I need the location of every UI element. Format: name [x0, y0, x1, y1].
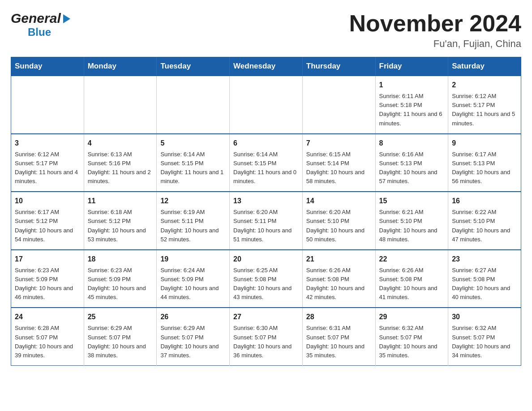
calendar-week-row: 17Sunrise: 6:23 AM Sunset: 5:09 PM Dayli…	[11, 250, 521, 308]
day-number: 27	[233, 312, 299, 322]
day-info: Sunrise: 6:22 AM Sunset: 5:10 PM Dayligh…	[452, 208, 517, 244]
day-info: Sunrise: 6:24 AM Sunset: 5:09 PM Dayligh…	[160, 266, 226, 302]
calendar-cell: 19Sunrise: 6:24 AM Sunset: 5:09 PM Dayli…	[157, 250, 230, 308]
calendar-cell: 17Sunrise: 6:23 AM Sunset: 5:09 PM Dayli…	[11, 250, 84, 308]
calendar-cell	[302, 76, 375, 134]
calendar-cell: 25Sunrise: 6:29 AM Sunset: 5:07 PM Dayli…	[84, 308, 157, 365]
day-info: Sunrise: 6:27 AM Sunset: 5:08 PM Dayligh…	[452, 266, 517, 302]
day-info: Sunrise: 6:29 AM Sunset: 5:07 PM Dayligh…	[88, 324, 153, 360]
day-number: 2	[452, 80, 517, 90]
day-number: 6	[233, 138, 299, 149]
calendar-cell: 11Sunrise: 6:18 AM Sunset: 5:12 PM Dayli…	[84, 192, 157, 250]
day-info: Sunrise: 6:25 AM Sunset: 5:08 PM Dayligh…	[233, 266, 299, 302]
calendar-cell: 26Sunrise: 6:29 AM Sunset: 5:07 PM Dayli…	[157, 308, 230, 365]
day-info: Sunrise: 6:11 AM Sunset: 5:18 PM Dayligh…	[379, 92, 445, 128]
day-number: 30	[452, 312, 517, 322]
header-cell-friday: Friday	[375, 57, 448, 76]
day-info: Sunrise: 6:32 AM Sunset: 5:07 PM Dayligh…	[379, 324, 445, 360]
day-number: 28	[306, 312, 372, 322]
calendar-cell: 2Sunrise: 6:12 AM Sunset: 5:17 PM Daylig…	[448, 76, 521, 134]
day-info: Sunrise: 6:32 AM Sunset: 5:07 PM Dayligh…	[452, 324, 517, 360]
day-number: 12	[160, 196, 226, 206]
calendar-title: November 2024	[349, 11, 521, 36]
calendar-cell: 30Sunrise: 6:32 AM Sunset: 5:07 PM Dayli…	[448, 308, 521, 365]
calendar-cell: 23Sunrise: 6:27 AM Sunset: 5:08 PM Dayli…	[448, 250, 521, 308]
calendar-cell: 3Sunrise: 6:12 AM Sunset: 5:17 PM Daylig…	[11, 134, 84, 192]
day-info: Sunrise: 6:18 AM Sunset: 5:12 PM Dayligh…	[88, 208, 153, 244]
header-cell-tuesday: Tuesday	[157, 57, 230, 76]
day-info: Sunrise: 6:31 AM Sunset: 5:07 PM Dayligh…	[306, 324, 372, 360]
calendar-cell: 16Sunrise: 6:22 AM Sunset: 5:10 PM Dayli…	[448, 192, 521, 250]
calendar-table: SundayMondayTuesdayWednesdayThursdayFrid…	[11, 57, 521, 366]
day-number: 7	[306, 138, 372, 149]
day-number: 15	[379, 196, 445, 206]
day-number: 3	[15, 138, 80, 149]
calendar-cell: 28Sunrise: 6:31 AM Sunset: 5:07 PM Dayli…	[302, 308, 375, 365]
header-cell-thursday: Thursday	[302, 57, 375, 76]
calendar-cell: 14Sunrise: 6:20 AM Sunset: 5:10 PM Dayli…	[302, 192, 375, 250]
calendar-cell: 21Sunrise: 6:26 AM Sunset: 5:08 PM Dayli…	[302, 250, 375, 308]
calendar-week-row: 3Sunrise: 6:12 AM Sunset: 5:17 PM Daylig…	[11, 134, 521, 192]
day-info: Sunrise: 6:16 AM Sunset: 5:13 PM Dayligh…	[379, 150, 445, 186]
day-number: 24	[15, 312, 80, 322]
logo-blue-text: Blue	[28, 26, 51, 38]
calendar-cell: 18Sunrise: 6:23 AM Sunset: 5:09 PM Dayli…	[84, 250, 157, 308]
day-number: 22	[379, 254, 445, 265]
day-info: Sunrise: 6:26 AM Sunset: 5:08 PM Dayligh…	[379, 266, 445, 302]
calendar-cell: 15Sunrise: 6:21 AM Sunset: 5:10 PM Dayli…	[375, 192, 448, 250]
day-number: 19	[160, 254, 226, 265]
calendar-cell: 20Sunrise: 6:25 AM Sunset: 5:08 PM Dayli…	[230, 250, 303, 308]
calendar-cell	[11, 76, 84, 134]
calendar-cell: 1Sunrise: 6:11 AM Sunset: 5:18 PM Daylig…	[375, 76, 448, 134]
day-number: 1	[379, 80, 445, 90]
day-info: Sunrise: 6:23 AM Sunset: 5:09 PM Dayligh…	[88, 266, 153, 302]
day-number: 25	[88, 312, 153, 322]
day-info: Sunrise: 6:17 AM Sunset: 5:13 PM Dayligh…	[452, 150, 517, 186]
logo-triangle-icon	[63, 14, 70, 23]
calendar-cell	[157, 76, 230, 134]
day-number: 29	[379, 312, 445, 322]
day-info: Sunrise: 6:30 AM Sunset: 5:07 PM Dayligh…	[233, 324, 299, 360]
day-info: Sunrise: 6:17 AM Sunset: 5:12 PM Dayligh…	[15, 208, 80, 244]
header-cell-saturday: Saturday	[448, 57, 521, 76]
header-cell-sunday: Sunday	[11, 57, 84, 76]
day-number: 16	[452, 196, 517, 206]
day-number: 20	[233, 254, 299, 265]
calendar-cell: 12Sunrise: 6:19 AM Sunset: 5:11 PM Dayli…	[157, 192, 230, 250]
day-info: Sunrise: 6:14 AM Sunset: 5:15 PM Dayligh…	[233, 150, 299, 186]
logo-general-text: General	[11, 11, 61, 26]
day-number: 11	[88, 196, 153, 206]
header-cell-monday: Monday	[84, 57, 157, 76]
day-number: 13	[233, 196, 299, 206]
day-info: Sunrise: 6:28 AM Sunset: 5:07 PM Dayligh…	[15, 324, 80, 360]
day-info: Sunrise: 6:12 AM Sunset: 5:17 PM Dayligh…	[452, 92, 517, 128]
calendar-cell: 6Sunrise: 6:14 AM Sunset: 5:15 PM Daylig…	[230, 134, 303, 192]
calendar-cell: 9Sunrise: 6:17 AM Sunset: 5:13 PM Daylig…	[448, 134, 521, 192]
calendar-body: 1Sunrise: 6:11 AM Sunset: 5:18 PM Daylig…	[11, 76, 521, 365]
day-number: 14	[306, 196, 372, 206]
calendar-cell	[84, 76, 157, 134]
calendar-cell: 8Sunrise: 6:16 AM Sunset: 5:13 PM Daylig…	[375, 134, 448, 192]
header-cell-wednesday: Wednesday	[230, 57, 303, 76]
calendar-header: SundayMondayTuesdayWednesdayThursdayFrid…	[11, 57, 521, 76]
day-info: Sunrise: 6:26 AM Sunset: 5:08 PM Dayligh…	[306, 266, 372, 302]
calendar-cell: 24Sunrise: 6:28 AM Sunset: 5:07 PM Dayli…	[11, 308, 84, 365]
day-info: Sunrise: 6:12 AM Sunset: 5:17 PM Dayligh…	[15, 150, 80, 186]
day-info: Sunrise: 6:14 AM Sunset: 5:15 PM Dayligh…	[160, 150, 226, 186]
calendar-header-row: SundayMondayTuesdayWednesdayThursdayFrid…	[11, 57, 521, 76]
day-number: 26	[160, 312, 226, 322]
calendar-cell: 29Sunrise: 6:32 AM Sunset: 5:07 PM Dayli…	[375, 308, 448, 365]
day-info: Sunrise: 6:13 AM Sunset: 5:16 PM Dayligh…	[88, 150, 153, 186]
title-block: November 2024 Fu'an, Fujian, China	[349, 11, 521, 50]
calendar-cell: 22Sunrise: 6:26 AM Sunset: 5:08 PM Dayli…	[375, 250, 448, 308]
day-number: 8	[379, 138, 445, 149]
calendar-cell: 7Sunrise: 6:15 AM Sunset: 5:14 PM Daylig…	[302, 134, 375, 192]
day-number: 23	[452, 254, 517, 265]
day-number: 5	[160, 138, 226, 149]
day-number: 4	[88, 138, 153, 149]
day-number: 17	[15, 254, 80, 265]
calendar-cell	[230, 76, 303, 134]
calendar-subtitle: Fu'an, Fujian, China	[349, 38, 521, 50]
calendar-cell: 10Sunrise: 6:17 AM Sunset: 5:12 PM Dayli…	[11, 192, 84, 250]
day-number: 9	[452, 138, 517, 149]
